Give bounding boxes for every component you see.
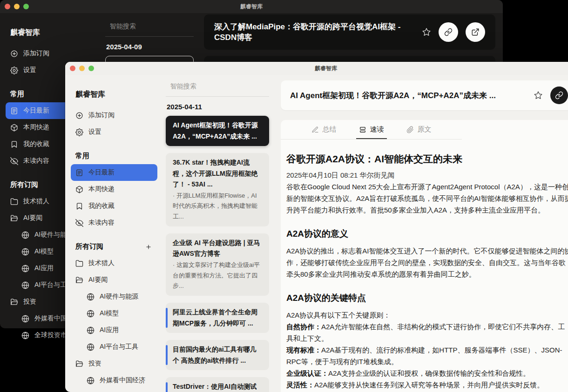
article-card[interactable]: 阿里云上线业界首个全生命周期MCP服务，几分钟即可 ... xyxy=(166,303,269,333)
package-icon xyxy=(10,124,18,132)
article-paragraph: A2A协议具有以下五个关键原则： xyxy=(286,309,568,321)
sidebar-feed-ai-models[interactable]: AI模型 xyxy=(82,305,157,322)
tab-summary[interactable]: 总结 xyxy=(311,120,337,139)
sidebar-item-label: 今日最新 xyxy=(88,168,115,177)
section-header-common: 常用 xyxy=(75,152,153,160)
star-button[interactable] xyxy=(534,91,543,100)
copy-link-button[interactable] xyxy=(550,86,568,104)
globe-icon xyxy=(21,332,29,339)
sidebar-item-label: 技术猎人 xyxy=(88,259,115,267)
external-link-icon xyxy=(471,28,480,36)
search-input[interactable]: 智能搜索 xyxy=(104,17,195,36)
divider xyxy=(166,96,269,97)
sidebar-item-label: 本周快递 xyxy=(88,185,115,193)
tab-original[interactable]: 原文 xyxy=(406,120,432,139)
view-tabs: 总结 速读 原文 xyxy=(281,120,462,140)
desktop: 麒睿智库 麒睿智库 添加订阅 设置 常用 今日最新 xyxy=(0,0,568,392)
sidebar-item-label: AI模型 xyxy=(100,309,119,318)
sidebar-feed-ai-hardware[interactable]: AI硬件与能源 xyxy=(82,288,157,305)
sidebar-item-label: AI模型 xyxy=(34,247,54,256)
sidebar-item-label: AI应用 xyxy=(100,326,119,334)
folder-open-icon xyxy=(10,298,18,306)
search-input[interactable]: 智能搜索 xyxy=(165,77,270,96)
bookmark-icon xyxy=(10,140,18,148)
feature-desc: A2A基于现有的、流行的标准构建，如HTTP、服务器端事件（SSE）、JSON-… xyxy=(286,346,562,365)
link-icon xyxy=(555,91,563,100)
sidebar-item-label: 未读内容 xyxy=(23,157,49,165)
open-external-button[interactable] xyxy=(466,22,485,42)
feature-desc: A2A支持企业级的认证和授权，确保数据传输的安全性和合规性。 xyxy=(328,369,530,377)
window-title: 麒睿智库 xyxy=(0,3,503,11)
eye-off-icon xyxy=(75,219,83,227)
sidebar-item-add-subscription[interactable]: 添加订阅 xyxy=(6,45,93,62)
article-panel: 总结 速读 原文 谷歌开源A2A协议：AI智能体交互的未来 xyxy=(281,120,568,392)
folder-icon xyxy=(75,259,83,267)
feature-name: 现有标准： xyxy=(286,346,321,354)
sidebar-item-unread[interactable]: 未读内容 xyxy=(71,214,157,231)
sidebar-item-weekly[interactable]: 本周快递 xyxy=(71,181,157,198)
sidebar-item-settings[interactable]: 设置 xyxy=(71,124,157,140)
add-feed-button[interactable] xyxy=(144,243,153,251)
app-name: 麒睿智库 xyxy=(10,28,88,38)
article-card[interactable]: 企业级 AI 平台建设思路 | 亚马逊AWS官方博客 · 这篇文章探讨了构建企业… xyxy=(166,233,269,296)
news-icon xyxy=(10,107,18,115)
feature-line: 灵活性：A2A能够支持从快速任务到深入研究等各种场景，并向用户提供实时反馈。 xyxy=(286,379,568,391)
section-header-subscriptions: 所有订阅 xyxy=(75,242,153,251)
feature-line: 自然协作：A2A允许智能体在自然、非结构化的模式下进行协作，即使它们不共享内存、… xyxy=(286,321,568,344)
folder-open-icon xyxy=(75,360,83,368)
article-card[interactable]: 36.7K star！拖拽构建AI流程，这个开源LLM应用框架绝了！ - 53A… xyxy=(166,153,269,226)
star-icon xyxy=(422,27,431,37)
sidebar-item-label: 添加订阅 xyxy=(23,49,49,58)
sidebar-item-label: 技术猎人 xyxy=(23,197,49,206)
sidebar-item-label: 设置 xyxy=(23,66,36,74)
sidebar-feed-ai-apps[interactable]: AI应用 xyxy=(82,322,157,339)
window-title: 麒睿智库 xyxy=(65,65,568,73)
article-heading: 谷歌开源A2A协议：AI智能体交互的未来 xyxy=(286,153,568,166)
globe-icon xyxy=(21,265,29,272)
titlebar[interactable]: 麒睿智库 xyxy=(0,0,503,13)
article-body: 谷歌开源A2A协议：AI智能体交互的未来 2025年04月10日 08:21 华… xyxy=(281,140,568,392)
sidebar-folder-investment[interactable]: 投资 xyxy=(71,355,157,372)
sidebar-item-label: AI平台与工具 xyxy=(100,343,138,351)
sidebar-folder-ai-news[interactable]: AI要闻 xyxy=(71,272,157,288)
sidebar-item-label: AI要闻 xyxy=(88,276,108,284)
article-card[interactable]: TestDriver：使用AI自动测试软件的智能工具-首席AI分 ... xyxy=(166,377,269,392)
globe-icon xyxy=(87,377,95,385)
article-title: TestDriver：使用AI自动测试软件的智能工具-首席AI分 ... xyxy=(173,383,257,392)
sidebar-item-add-subscription[interactable]: 添加订阅 xyxy=(71,107,157,124)
sidebar-item-label: 我的收藏 xyxy=(88,202,115,210)
feature-line: 现有标准：A2A基于现有的、流行的标准构建，如HTTP、服务器端事件（SSE）、… xyxy=(286,344,568,367)
article-card[interactable]: 目前国内最火的ai工具有哪几个 高热度的ai软件排行 ... xyxy=(166,340,269,370)
star-icon xyxy=(534,91,543,100)
sidebar-feed-foreign-media-china[interactable]: 外媒看中国经济 xyxy=(82,372,157,389)
plus-circle-icon xyxy=(75,112,83,120)
article-title: AI Agent框架初现！谷歌开源A2A，“MCP+A2A”成未来 ... xyxy=(173,121,258,140)
bookmark-icon xyxy=(75,202,83,210)
news-icon xyxy=(75,169,83,177)
sidebar-item-today[interactable]: 今日最新 xyxy=(71,164,157,181)
globe-icon xyxy=(21,315,29,323)
article-title: 36.7K star！拖拽构建AI流程，这个开源LLM应用框架绝了！ - 53A… xyxy=(173,157,262,190)
titlebar[interactable]: 麒睿智库 xyxy=(65,62,568,75)
tab-speed-read[interactable]: 速读 xyxy=(359,120,384,139)
article-paragraph: A2A协议的推出，标志着AI智能体交互进入了一个新的时代。它不仅能够促进智能体之… xyxy=(286,245,568,280)
star-button[interactable] xyxy=(422,27,431,37)
globe-icon xyxy=(21,281,29,289)
sidebar-item-label: 我的收藏 xyxy=(23,140,49,148)
feature-desc: A2A允许智能体在自然、非结构化的模式下进行协作，即使它们不共享内存、工具和上下… xyxy=(286,323,565,342)
article-header-title: 深入了解MediaPipe：谷歌开源的跨平台视觉AI框架 - CSDN博客 xyxy=(214,21,414,43)
feature-name: 自然协作： xyxy=(286,323,321,331)
plus-icon xyxy=(145,244,152,250)
copy-link-button[interactable] xyxy=(439,22,458,42)
section-header-label: 所有订阅 xyxy=(75,242,103,251)
sidebar-item-favorites[interactable]: 我的收藏 xyxy=(71,198,157,214)
article-card-selected[interactable]: AI Agent框架初现！谷歌开源A2A，“MCP+A2A”成未来 ... xyxy=(166,116,269,146)
sidebar-item-label: 设置 xyxy=(88,128,101,136)
article-title: 企业级 AI 平台建设思路 | 亚马逊AWS官方博客 xyxy=(173,238,262,259)
article-header-title: AI Agent框架初现！谷歌开源A2A，“MCP+A2A”成未来 ... xyxy=(290,90,526,101)
globe-icon xyxy=(21,248,29,256)
sidebar-folder-tech-hunter[interactable]: 技术猎人 xyxy=(71,255,157,272)
sidebar-feed-global-markets[interactable]: 全球投资市场 xyxy=(82,389,157,392)
list-date: 2025-04-11 xyxy=(167,103,268,111)
sidebar-feed-ai-platforms[interactable]: AI平台与工具 xyxy=(82,339,157,355)
